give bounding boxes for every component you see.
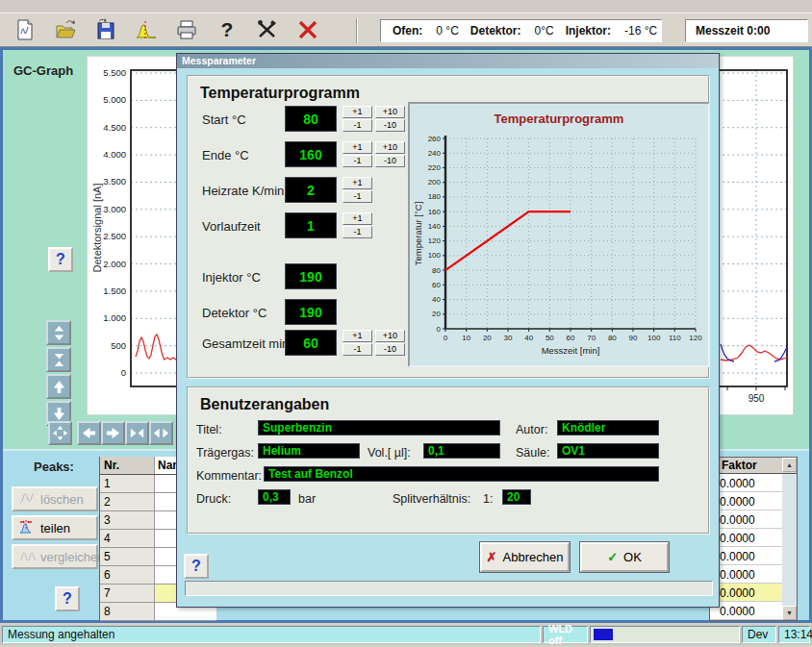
print-icon[interactable]: [173, 17, 200, 42]
help-button-dialog[interactable]: ?: [184, 554, 209, 579]
svg-text:Detektorsignal [nA]: Detektorsignal [nA]: [91, 184, 103, 273]
svg-text:5.000: 5.000: [103, 94, 126, 105]
increment-1-button[interactable]: +1: [343, 106, 372, 118]
svg-text:50: 50: [546, 334, 554, 342]
decrement-10-button[interactable]: -10: [375, 119, 405, 132]
faktor-cell[interactable]: 0.0000: [710, 584, 782, 602]
scroll-up-arrow[interactable]: ▲: [782, 458, 797, 472]
svg-text:100: 100: [428, 251, 442, 260]
increment-10-button[interactable]: +10: [375, 106, 405, 118]
svg-text:90: 90: [629, 334, 638, 342]
injektor-label: Injektor:: [566, 24, 611, 37]
tools-icon[interactable]: [254, 17, 281, 42]
open-file-icon[interactable]: [52, 17, 79, 42]
svg-text:60: 60: [567, 334, 575, 342]
svg-text:4.500: 4.500: [103, 122, 126, 133]
svg-text:3.500: 3.500: [103, 176, 126, 187]
dev-indicator: Dev: [742, 626, 776, 643]
svg-text:160: 160: [428, 208, 442, 216]
field-label: Vorlaufzeit: [202, 219, 261, 234]
faktor-cell[interactable]: 0.0000: [710, 529, 782, 547]
decrement-10-button[interactable]: -10: [375, 155, 405, 167]
svg-text:4.000: 4.000: [103, 149, 126, 160]
faktor-cell[interactable]: 0.0000: [710, 547, 782, 565]
svg-text:950: 950: [749, 393, 765, 404]
svg-text:240: 240: [428, 149, 442, 158]
increment-1-button[interactable]: +1: [343, 330, 372, 342]
increment-10-button[interactable]: +10: [375, 330, 405, 342]
field-value-display: 60: [285, 330, 337, 356]
dialog-titlebar[interactable]: Messparameter: [177, 54, 719, 68]
druck-field[interactable]: 0,3: [258, 489, 291, 505]
help-button-peaks[interactable]: ?: [55, 586, 80, 611]
faktor-header: ]Faktor▲: [710, 458, 797, 474]
svg-text:80: 80: [432, 266, 441, 275]
temp-group-heading: Temperaturprogramm: [200, 85, 360, 102]
faktor-cell[interactable]: 0.0000: [710, 510, 782, 529]
teilen-button[interactable]: teilen: [12, 515, 98, 540]
instrument-status-panel: Ofen: 0 °C Detektor: 0°C Injektor: -16 °…: [380, 19, 662, 42]
decrement-1-button[interactable]: -1: [343, 119, 372, 132]
compress-vertical-button[interactable]: [46, 347, 71, 372]
expand-horizontal-button[interactable]: [149, 421, 173, 445]
wld-status: WLD off: [543, 626, 588, 643]
detektor-label: Detektor:: [470, 24, 521, 37]
save-icon[interactable]: [92, 17, 119, 42]
injektor-value: -16 °C: [624, 24, 657, 37]
svg-text:5.500: 5.500: [103, 67, 126, 78]
faktor-cell[interactable]: 0.0000: [710, 492, 782, 510]
faktor-cell[interactable]: 0.0000: [710, 474, 782, 492]
statusbar: Messung angehalten WLD off Dev 13:14: [0, 625, 812, 645]
autor-field[interactable]: Knödler: [557, 420, 659, 435]
faktor-scrollbar[interactable]: ▼: [782, 474, 797, 620]
svg-text:120: 120: [428, 236, 442, 245]
vol-field[interactable]: 0,1: [423, 443, 500, 459]
druck-unit: bar: [298, 492, 316, 506]
scroll-left-button[interactable]: [77, 421, 101, 445]
progress-chunk: [594, 629, 613, 640]
decrement-1-button[interactable]: -1: [343, 343, 372, 356]
signal-icon[interactable]: [133, 17, 160, 42]
traegergas-field[interactable]: Helium: [258, 443, 360, 459]
decrement-1-button[interactable]: -1: [343, 226, 372, 238]
ok-button[interactable]: ✓ OK: [580, 542, 669, 572]
move-all-button[interactable]: [48, 421, 72, 445]
split-field[interactable]: 20: [502, 489, 531, 505]
svg-text:3.000: 3.000: [103, 204, 126, 214]
increment-1-button[interactable]: +1: [343, 141, 372, 154]
expand-vertical-button[interactable]: [46, 320, 71, 345]
window-chrome-strip: [0, 0, 812, 12]
new-document-icon[interactable]: [12, 17, 38, 42]
svg-text:260: 260: [428, 135, 442, 143]
saeule-field[interactable]: OV1: [557, 443, 659, 459]
increment-1-button[interactable]: +1: [343, 212, 372, 225]
compress-horizontal-button[interactable]: [125, 421, 149, 445]
close-icon[interactable]: [294, 17, 321, 42]
titel-field[interactable]: Superbenzin: [258, 420, 500, 435]
scroll-right-button[interactable]: [101, 421, 125, 445]
svg-text:0: 0: [437, 325, 442, 334]
scroll-up-button[interactable]: [46, 374, 71, 399]
cancel-button[interactable]: ✗ Abbrechen: [480, 542, 570, 572]
svg-text:500: 500: [111, 340, 126, 351]
decrement-1-button[interactable]: -1: [343, 190, 372, 203]
field-value-display: 190: [285, 263, 337, 289]
split-label: Splitverhältnis:: [393, 492, 470, 506]
split-peak-icon: [19, 519, 37, 536]
scroll-down-arrow[interactable]: ▼: [782, 606, 797, 620]
saeule-label: Säule:: [516, 446, 549, 460]
svg-text:0: 0: [444, 334, 448, 342]
vergleichen-button: vergleichen: [12, 544, 98, 569]
field-label: Start °C: [202, 112, 246, 127]
decrement-10-button[interactable]: -10: [375, 343, 405, 356]
decrement-1-button[interactable]: -1: [343, 155, 372, 167]
help-icon[interactable]: ?: [214, 17, 241, 42]
increment-1-button[interactable]: +1: [343, 177, 372, 189]
help-button-graph[interactable]: ?: [48, 247, 73, 272]
increment-10-button[interactable]: +10: [375, 141, 405, 154]
faktor-cell[interactable]: 0.0000: [710, 565, 782, 584]
delete-peak-icon: [19, 490, 37, 508]
faktor-cell[interactable]: 0.0000: [710, 602, 782, 620]
svg-text:200: 200: [428, 178, 442, 187]
kommentar-field[interactable]: Test auf Benzol: [264, 466, 659, 482]
